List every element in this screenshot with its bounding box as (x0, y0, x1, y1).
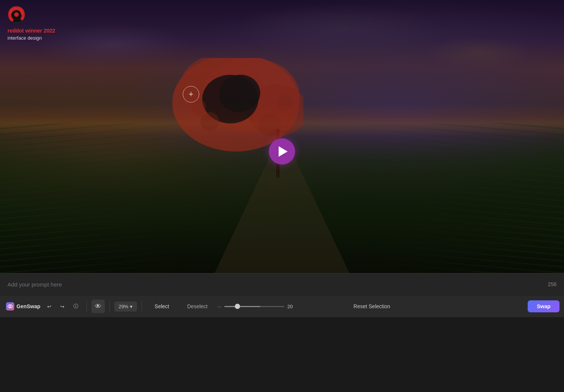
reddot-logo-icon (7, 6, 25, 24)
redo-button[interactable]: ↪ (57, 301, 68, 312)
deselect-button[interactable]: Deselect (179, 301, 216, 312)
undo-icon: ↩ (47, 304, 51, 309)
slider-min-icon: — (217, 304, 221, 309)
genswap-brand: GenSwap (4, 302, 42, 310)
genswap-label-text: GenSwap (16, 303, 40, 309)
svg-point-6 (200, 112, 219, 131)
brush-size-control: — 20 (217, 304, 345, 309)
toolbar: GenSwap ↩ ↪ ⓘ 👁 29% ▾ Select Deselect — … (0, 295, 564, 317)
history-controls: ↩ ↪ ⓘ (43, 301, 82, 312)
play-button[interactable] (269, 138, 295, 165)
divider-3 (142, 301, 142, 312)
swap-button[interactable]: Swap (528, 300, 560, 312)
divider-2 (109, 301, 110, 312)
genswap-icon (6, 302, 14, 310)
logo-area: reddot winner 2022 interface design (7, 6, 55, 42)
info-icon: ⓘ (73, 303, 78, 310)
brush-size-value: 20 (287, 304, 296, 309)
redo-icon: ↪ (60, 304, 64, 309)
prompt-input[interactable] (7, 281, 548, 288)
zoom-button[interactable]: 29% ▾ (114, 301, 137, 312)
visibility-button[interactable]: 👁 (91, 300, 105, 313)
select-button[interactable]: Select (146, 301, 178, 312)
undo-button[interactable]: ↩ (43, 301, 55, 312)
brush-cursor[interactable]: + (183, 86, 199, 102)
vineyard-right (367, 123, 564, 273)
play-icon (279, 146, 288, 157)
zoom-chevron-icon: ▾ (130, 304, 133, 309)
brush-size-slider[interactable] (224, 306, 284, 307)
award-line2: interface design (7, 35, 55, 42)
plus-icon: + (189, 89, 194, 99)
award-text: reddot winner 2022 interface design (7, 27, 55, 42)
svg-point-7 (258, 114, 281, 137)
info-button[interactable]: ⓘ (70, 301, 82, 312)
award-line1: reddot winner 2022 (7, 28, 55, 34)
prompt-counter: 256 (548, 281, 557, 287)
divider-1 (87, 301, 87, 312)
prompt-area: 256 (0, 273, 564, 295)
zoom-value: 29% (119, 304, 128, 309)
canvas-area: + reddot winner 2022 interface design (0, 0, 564, 273)
eye-icon: 👁 (95, 303, 101, 310)
svg-point-9 (276, 95, 293, 111)
svg-point-11 (14, 12, 19, 17)
reset-selection-button[interactable]: Reset Selection (347, 301, 397, 312)
genswap-logo-icon (7, 304, 13, 309)
